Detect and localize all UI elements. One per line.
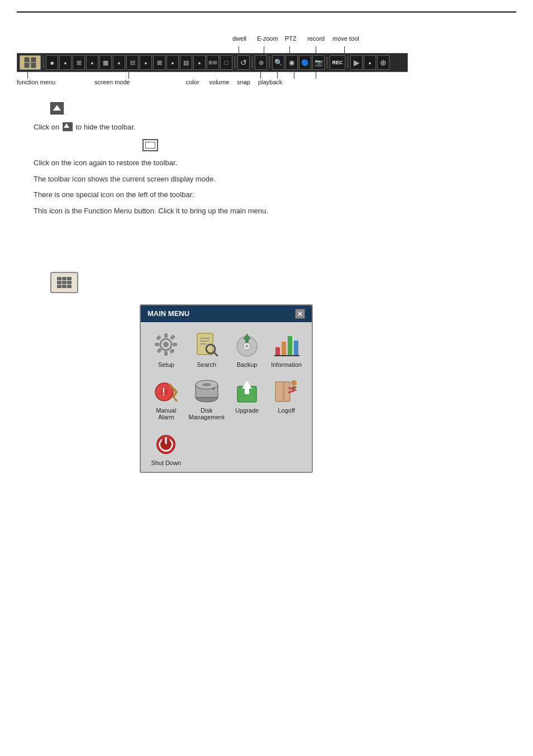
- hide-toolbar-button[interactable]: [50, 102, 64, 114]
- mode16-button[interactable]: ⊞⊞: [207, 55, 219, 70]
- disk-management-icon: [193, 376, 221, 404]
- upgrade-label: Upgrade: [235, 407, 259, 414]
- fmi-cell-7: [57, 285, 61, 288]
- connector-top: [17, 46, 408, 53]
- fmi-cell-5: [62, 281, 66, 284]
- svg-rect-15: [170, 334, 175, 340]
- arrow3-button[interactable]: ▲: [113, 55, 125, 70]
- dwell-button[interactable]: ⊛: [255, 55, 267, 70]
- single-ch-button[interactable]: □: [220, 55, 232, 70]
- sep3: [252, 57, 253, 68]
- label-record: record: [307, 35, 325, 42]
- svg-point-41: [212, 387, 215, 390]
- function-menu-icon-display: [50, 272, 78, 293]
- information-label: Information: [271, 361, 302, 368]
- snap-button[interactable]: 📷: [312, 55, 325, 70]
- rect-icon-button[interactable]: [142, 139, 158, 151]
- mode8-button[interactable]: ⊟: [126, 55, 139, 70]
- toolbar-bar: ■ ▲ ⊞ ▲ ▦ ▲ ⊟ ▲ ⊠ ▲ ▤ ▲ ⊞⊞ □ ↺ ⊛: [17, 53, 408, 72]
- menu-item-manual-alarm[interactable]: ! Manual Alarm: [149, 376, 183, 420]
- conn2: [264, 46, 264, 53]
- svg-line-36: [173, 396, 177, 401]
- main-menu-close-button[interactable]: ×: [295, 309, 305, 319]
- arrow2-button[interactable]: ▲: [86, 55, 98, 70]
- svg-rect-26: [275, 347, 280, 356]
- conn3: [289, 46, 290, 53]
- menu-item-shutdown[interactable]: Shut Down: [149, 429, 183, 466]
- menu-item-information[interactable]: Information: [269, 331, 303, 368]
- arrow1-button[interactable]: ▲: [59, 55, 72, 70]
- menu-item-setup[interactable]: Setup: [149, 331, 183, 368]
- svg-rect-29: [294, 341, 298, 356]
- para1: Click on to hide the toolbar.: [34, 121, 499, 133]
- label-volume-bottom: volume: [210, 79, 229, 85]
- body-text-1: Click on to hide the toolbar.: [34, 121, 499, 133]
- svg-rect-0: [25, 58, 29, 62]
- svg-text:!: !: [162, 386, 165, 398]
- ptz-button[interactable]: ◉: [285, 55, 298, 70]
- svg-rect-9: [164, 351, 168, 356]
- backup-label: Backup: [237, 361, 258, 368]
- arrow5-button[interactable]: ▲: [166, 55, 179, 70]
- mode4-button[interactable]: ⊞: [73, 55, 85, 70]
- svg-point-40: [202, 383, 211, 386]
- mode6-button[interactable]: ▦: [99, 55, 112, 70]
- arrow-up-section: [50, 102, 516, 116]
- logoff-icon: [273, 376, 301, 404]
- para2: Click on the icon again to restore the t…: [34, 157, 499, 169]
- svg-rect-27: [282, 342, 286, 356]
- label-screen-mode: screen mode: [94, 79, 130, 85]
- label-function-menu: function menu: [17, 79, 55, 85]
- menu-item-logoff[interactable]: Logoff: [269, 376, 303, 420]
- backup-icon: [233, 331, 261, 358]
- upgrade-icon: [233, 376, 261, 404]
- search-icon: [193, 331, 221, 358]
- bconn6: [316, 72, 316, 79]
- svg-point-7: [163, 342, 169, 347]
- menu-item-disk-management[interactable]: Disk Management: [189, 376, 225, 420]
- main-menu-dialog: MAIN MENU ×: [140, 304, 313, 473]
- svg-rect-8: [164, 333, 168, 338]
- fmi-cell-1: [57, 277, 61, 280]
- para5: This icon is the Function Menu button. C…: [34, 205, 499, 217]
- refresh-button[interactable]: ↺: [237, 55, 250, 70]
- menu-item-search[interactable]: Search: [189, 331, 225, 368]
- record-button[interactable]: REC: [330, 55, 345, 70]
- svg-line-21: [214, 352, 217, 356]
- menu-item-backup[interactable]: Backup: [230, 331, 264, 368]
- fmi-cell-2: [62, 277, 66, 280]
- svg-point-47: [291, 380, 297, 386]
- para4: There is one special icon on the left of…: [34, 189, 499, 201]
- manual-alarm-label: Manual Alarm: [149, 407, 183, 420]
- mode9-button[interactable]: ⊠: [153, 55, 165, 70]
- bottom-labels-row: function menu screen mode color volume s…: [17, 79, 408, 85]
- ezoom-button[interactable]: 🔍: [272, 55, 284, 70]
- logoff-label: Logoff: [278, 407, 295, 414]
- fmi-grid: [57, 277, 72, 288]
- bconn4: [277, 72, 278, 79]
- arrow6-button[interactable]: ▲: [193, 55, 206, 70]
- spacer: [17, 222, 516, 266]
- fmi-cell-4: [57, 281, 61, 284]
- manual-alarm-icon: !: [152, 376, 180, 404]
- arrow7-button[interactable]: ▲: [364, 55, 376, 70]
- move-tool-button[interactable]: ⊕: [377, 55, 389, 70]
- main-menu-titlebar: MAIN MENU ×: [141, 305, 312, 322]
- color-button[interactable]: 🔵: [299, 55, 311, 70]
- conn4: [316, 46, 316, 53]
- mode12-button[interactable]: ▤: [180, 55, 192, 70]
- menu-item-upgrade[interactable]: Upgrade: [230, 376, 264, 420]
- connector-bottom: [17, 72, 408, 79]
- svg-rect-28: [288, 336, 292, 356]
- arrow4-button[interactable]: ▲: [140, 55, 152, 70]
- svg-rect-11: [173, 343, 177, 346]
- bconn2: [129, 72, 129, 79]
- playback-button[interactable]: ▶: [350, 55, 363, 70]
- svg-rect-1: [25, 63, 29, 68]
- information-icon: [273, 331, 301, 358]
- bconn1: [27, 72, 28, 79]
- function-menu-button[interactable]: [20, 55, 41, 70]
- sep2: [235, 57, 235, 68]
- function-menu-icon-section: [50, 272, 516, 293]
- fullscreen-button[interactable]: ■: [46, 55, 58, 70]
